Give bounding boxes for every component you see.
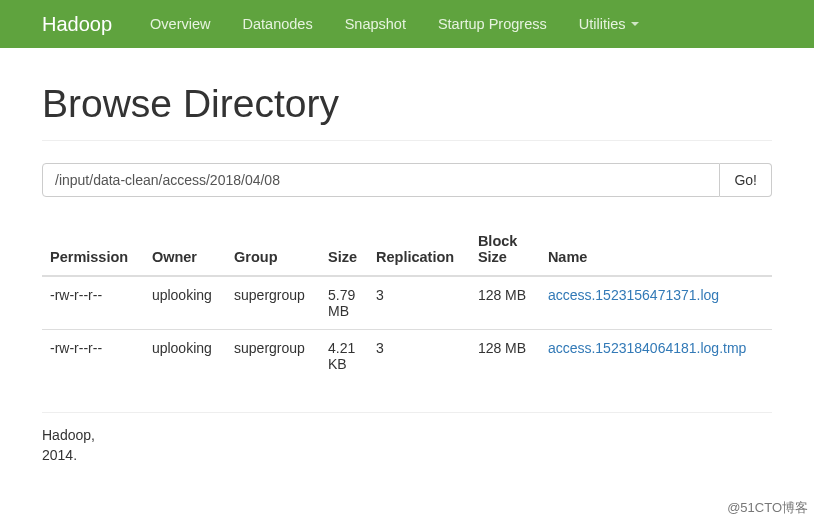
nav-overview[interactable]: Overview <box>134 2 226 46</box>
cell-permission: -rw-r--r-- <box>42 330 144 383</box>
footer: Hadoop, 2014. <box>42 413 772 490</box>
file-link[interactable]: access.1523156471371.log <box>548 287 719 303</box>
navbar: Hadoop Overview Datanodes Snapshot Start… <box>0 0 814 48</box>
cell-permission: -rw-r--r-- <box>42 276 144 330</box>
cell-owner: uplooking <box>144 330 226 383</box>
col-size: Size <box>320 225 368 276</box>
footer-line2: 2014. <box>42 445 772 465</box>
cell-replication: 3 <box>368 276 470 330</box>
footer-line1: Hadoop, <box>42 425 772 445</box>
go-button[interactable]: Go! <box>720 163 772 197</box>
path-input[interactable] <box>42 163 720 197</box>
nav-datanodes[interactable]: Datanodes <box>227 2 329 46</box>
table-row: -rw-r--r-- uplooking supergroup 5.79 MB … <box>42 276 772 330</box>
chevron-down-icon <box>631 22 639 26</box>
file-link[interactable]: access.1523184064181.log.tmp <box>548 340 746 356</box>
brand[interactable]: Hadoop <box>42 13 112 36</box>
cell-blocksize: 128 MB <box>470 330 540 383</box>
col-blocksize: Block Size <box>470 225 540 276</box>
page-title: Browse Directory <box>42 82 772 126</box>
nav-utilities[interactable]: Utilities <box>563 2 656 46</box>
cell-owner: uplooking <box>144 276 226 330</box>
col-name: Name <box>540 225 772 276</box>
col-replication: Replication <box>368 225 470 276</box>
col-group: Group <box>226 225 320 276</box>
nav-utilities-label: Utilities <box>579 16 626 32</box>
nav-snapshot[interactable]: Snapshot <box>329 2 422 46</box>
cell-name: access.1523184064181.log.tmp <box>540 330 772 383</box>
col-owner: Owner <box>144 225 226 276</box>
cell-blocksize: 128 MB <box>470 276 540 330</box>
nav-startup[interactable]: Startup Progress <box>422 2 563 46</box>
directory-table: Permission Owner Group Size Replication … <box>42 225 772 382</box>
cell-group: supergroup <box>226 276 320 330</box>
table-row: -rw-r--r-- uplooking supergroup 4.21 KB … <box>42 330 772 383</box>
col-permission: Permission <box>42 225 144 276</box>
nav-list: Overview Datanodes Snapshot Startup Prog… <box>134 2 655 46</box>
table-header-row: Permission Owner Group Size Replication … <box>42 225 772 276</box>
cell-size: 4.21 KB <box>320 330 368 383</box>
divider <box>42 140 772 141</box>
path-form: Go! <box>42 163 772 197</box>
cell-size: 5.79 MB <box>320 276 368 330</box>
cell-group: supergroup <box>226 330 320 383</box>
cell-name: access.1523156471371.log <box>540 276 772 330</box>
cell-replication: 3 <box>368 330 470 383</box>
